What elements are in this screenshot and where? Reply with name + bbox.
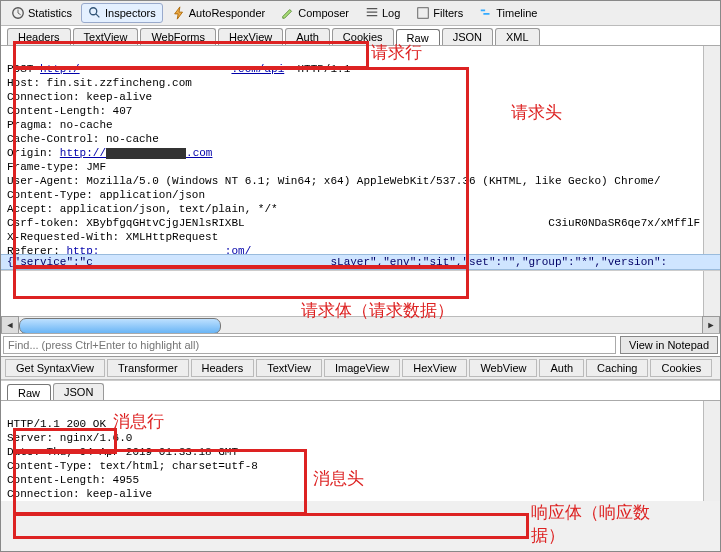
text: Pragma: no-cache	[7, 119, 113, 131]
annotation-box	[13, 513, 529, 539]
text: User-Agent: Mozilla/5.0 (Windows NT 6.1;…	[7, 175, 661, 187]
main-toolbar: Statistics Inspectors AutoResponder Comp…	[1, 1, 720, 26]
text: Csrf-token: XBybfgqGHtvCjgJENlsRIXBL C3i…	[7, 217, 700, 229]
annotation-label: 响应体（响应数 据）	[531, 501, 650, 547]
text: POST	[7, 63, 40, 75]
link[interactable]: http://	[60, 147, 106, 159]
link[interactable]: http:	[66, 245, 99, 254]
list-icon	[365, 6, 379, 20]
scroll-left-icon[interactable]: ◄	[1, 316, 19, 333]
label: Timeline	[496, 7, 537, 19]
btn-transformer[interactable]: Transformer	[107, 359, 189, 377]
tab-statistics[interactable]: Statistics	[4, 3, 79, 23]
btn-caching[interactable]: Caching	[586, 359, 648, 377]
text: Content-Length: 4955	[7, 474, 139, 486]
filter-icon	[416, 6, 430, 20]
svg-rect-4	[484, 13, 490, 15]
request-tabstrip: HeadersTextViewWebFormsHexViewAuthCookie…	[1, 26, 720, 45]
label: Log	[382, 7, 400, 19]
btn-hexview[interactable]: HexView	[402, 359, 467, 377]
tab-autoresponder[interactable]: AutoResponder	[165, 3, 272, 23]
text: Content-Type: application/json	[7, 189, 205, 201]
text: Accept: application/json, text/plain, */…	[7, 203, 278, 215]
tab-composer[interactable]: Composer	[274, 3, 356, 23]
vscrollbar[interactable]	[703, 271, 720, 317]
text: HTTP/1.1 200 OK	[7, 418, 106, 430]
text: Content-Length: 407	[7, 105, 132, 117]
svg-rect-3	[481, 10, 485, 12]
tab-xml[interactable]: XML	[495, 28, 540, 45]
btn-headers[interactable]: Headers	[191, 359, 255, 377]
pencil-icon	[281, 6, 295, 20]
lightning-icon	[172, 6, 186, 20]
tab-raw[interactable]: Raw	[7, 384, 51, 401]
tab-auth[interactable]: Auth	[285, 28, 330, 45]
text: Cache-Control: no-cache	[7, 133, 159, 145]
find-bar: View in Notepad	[1, 333, 720, 356]
scroll-track[interactable]	[19, 318, 702, 332]
label: Filters	[433, 7, 463, 19]
find-input[interactable]	[3, 336, 616, 354]
svg-point-1	[90, 8, 97, 15]
scroll-right-icon[interactable]: ►	[702, 316, 720, 333]
request-scroll-region: ◄ ►	[1, 270, 720, 333]
tab-textview[interactable]: TextView	[73, 28, 139, 45]
label: AutoResponder	[189, 7, 265, 19]
magnifier-icon	[88, 6, 102, 20]
text: Date: Thu, 04 Apr 2019 01:33:18 GMT	[7, 446, 238, 458]
text: Frame-type: JMF	[7, 161, 106, 173]
btn-auth[interactable]: Auth	[539, 359, 584, 377]
vscrollbar[interactable]	[703, 46, 720, 254]
tab-filters[interactable]: Filters	[409, 3, 470, 23]
tab-log[interactable]: Log	[358, 3, 407, 23]
tab-headers[interactable]: Headers	[7, 28, 71, 45]
tab-json[interactable]: JSON	[442, 28, 493, 45]
label: Statistics	[28, 7, 72, 19]
text: Origin:	[7, 147, 60, 159]
response-toolbar: Get SyntaxViewTransformerHeadersTextView…	[1, 356, 720, 380]
text: Content-Type: text/html; charset=utf-8	[7, 460, 258, 472]
btn-webview[interactable]: WebView	[469, 359, 537, 377]
btn-get-syntaxview[interactable]: Get SyntaxView	[5, 359, 105, 377]
timeline-icon	[479, 6, 493, 20]
tab-timeline[interactable]: Timeline	[472, 3, 544, 23]
btn-textview[interactable]: TextView	[256, 359, 322, 377]
tab-inspectors[interactable]: Inspectors	[81, 3, 163, 23]
tab-json[interactable]: JSON	[53, 383, 104, 400]
tab-webforms[interactable]: WebForms	[140, 28, 216, 45]
label: Composer	[298, 7, 349, 19]
link[interactable]: http:/	[40, 63, 80, 75]
text: Server: nginx/1.6.0	[7, 432, 132, 444]
text: X-Requested-With: XMLHttpRequest	[7, 231, 218, 243]
request-raw-pane[interactable]: POST http:/ .com/api HTTP/1.1 Host: fin.…	[1, 45, 720, 254]
link[interactable]: .com	[186, 147, 212, 159]
link[interactable]: .com/api	[231, 63, 284, 75]
response-raw-pane[interactable]: HTTP/1.1 200 OK Server: nginx/1.6.0 Date…	[1, 400, 720, 501]
app-frame: Statistics Inspectors AutoResponder Comp…	[0, 0, 721, 552]
text: Connection: keep-alive	[7, 91, 152, 103]
text: Host: fin.sit.zzfincheng.com	[7, 77, 192, 89]
btn-imageview[interactable]: ImageView	[324, 359, 400, 377]
scroll-thumb[interactable]	[19, 318, 221, 333]
hscrollbar[interactable]: ◄ ►	[1, 316, 720, 333]
text: Connection: keep-alive	[7, 488, 152, 500]
text: HTTP/1.1	[284, 63, 350, 75]
view-in-notepad-button[interactable]: View in Notepad	[620, 336, 718, 354]
tab-hexview[interactable]: HexView	[218, 28, 283, 45]
response-tabstrip: RawJSON	[1, 380, 720, 400]
svg-rect-2	[418, 8, 429, 19]
clock-icon	[11, 6, 25, 20]
btn-cookies[interactable]: Cookies	[650, 359, 712, 377]
text: Referer:	[7, 245, 66, 254]
tab-raw[interactable]: Raw	[396, 29, 440, 46]
vscrollbar[interactable]	[703, 401, 720, 501]
text	[99, 245, 224, 254]
request-body-line[interactable]: {"service":"c sLayer","env":"sit","set":…	[1, 254, 720, 270]
text	[80, 63, 232, 75]
tab-cookies[interactable]: Cookies	[332, 28, 394, 45]
label: Inspectors	[105, 7, 156, 19]
link[interactable]: :om/	[225, 245, 251, 254]
